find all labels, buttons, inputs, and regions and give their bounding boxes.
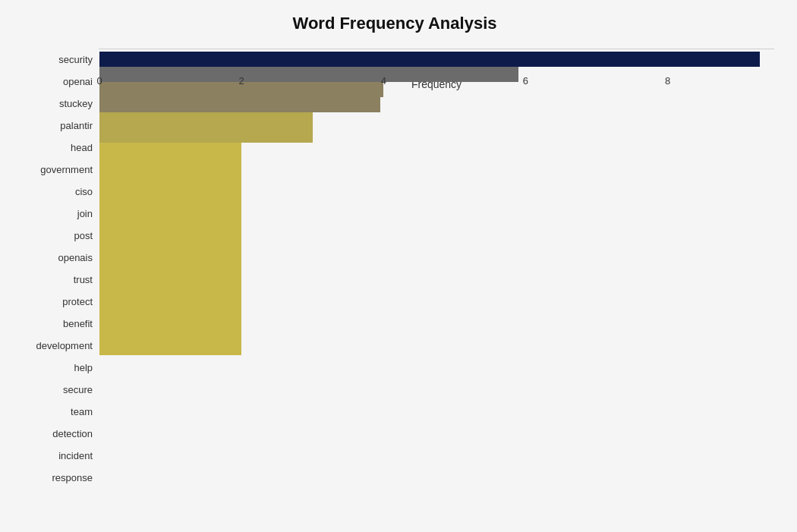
y-label-detection: detection xyxy=(52,424,93,444)
chart-container: Word Frequency Analysis securityopenaist… xyxy=(0,0,797,532)
bar-detection xyxy=(99,310,241,325)
plot-area: 02468 xyxy=(99,49,774,49)
chart-title: Word Frequency Analysis xyxy=(15,14,774,33)
bar-openais xyxy=(99,188,241,203)
bar-team xyxy=(99,294,241,310)
bar-trust xyxy=(99,203,241,219)
bar-row-post xyxy=(99,173,774,188)
bar-row-team xyxy=(99,294,774,310)
chart-area: securityopenaistuckeypalantirheadgovernm… xyxy=(15,49,774,489)
bar-response xyxy=(99,340,241,355)
bar-post xyxy=(99,173,241,188)
y-label-incident: incident xyxy=(58,446,93,466)
bar-row-join xyxy=(99,158,774,173)
bar-help xyxy=(99,264,241,279)
bar-openai xyxy=(99,67,518,82)
bar-security xyxy=(99,52,760,67)
x-tick-4: 4 xyxy=(381,75,386,87)
bar-row-openais xyxy=(99,188,774,203)
bar-government xyxy=(99,127,313,143)
bar-row-development xyxy=(99,249,774,264)
bar-development xyxy=(99,249,241,264)
y-label-government: government xyxy=(40,160,93,180)
bar-row-benefit xyxy=(99,234,774,249)
y-label-trust: trust xyxy=(74,270,93,290)
bar-row-incident xyxy=(99,325,774,340)
bar-row-government xyxy=(99,127,774,143)
plot-wrapper: 02468 Frequency xyxy=(99,49,774,489)
bar-row-stuckey xyxy=(99,82,774,97)
bar-palantir xyxy=(99,97,380,112)
y-label-response: response xyxy=(52,468,93,488)
bar-row-detection xyxy=(99,310,774,325)
bar-row-openai xyxy=(99,67,774,82)
bar-row-secure xyxy=(99,279,774,294)
bars-wrapper xyxy=(99,49,774,55)
bar-row-head xyxy=(99,112,774,127)
bar-ciso xyxy=(99,143,241,158)
bar-benefit xyxy=(99,234,241,249)
y-axis: securityopenaistuckeypalantirheadgovernm… xyxy=(15,49,99,489)
bar-incident xyxy=(99,325,241,340)
y-label-palantir: palantir xyxy=(60,116,93,136)
y-label-security: security xyxy=(58,50,93,70)
y-label-stuckey: stuckey xyxy=(59,94,93,114)
y-label-development: development xyxy=(36,336,93,356)
x-tick-2: 2 xyxy=(239,75,244,87)
bar-row-ciso xyxy=(99,143,774,158)
bar-row-trust xyxy=(99,203,774,219)
y-label-openais: openais xyxy=(58,248,93,268)
bar-row-security xyxy=(99,52,774,67)
bar-secure xyxy=(99,279,241,294)
y-label-help: help xyxy=(74,358,93,378)
y-label-head: head xyxy=(71,138,93,158)
bar-row-help xyxy=(99,264,774,279)
bar-head xyxy=(99,112,313,127)
y-label-post: post xyxy=(74,226,93,246)
y-label-openai: openai xyxy=(63,72,93,92)
bar-protect xyxy=(99,219,241,234)
y-label-secure: secure xyxy=(63,380,93,400)
bar-row-palantir xyxy=(99,97,774,112)
x-tick-0: 0 xyxy=(96,75,102,87)
bar-row-response xyxy=(99,340,774,355)
x-tick-6: 6 xyxy=(523,75,528,87)
y-label-ciso: ciso xyxy=(75,182,93,202)
x-tick-8: 8 xyxy=(665,75,670,87)
bar-join xyxy=(99,158,241,173)
y-label-protect: protect xyxy=(62,292,93,312)
y-label-team: team xyxy=(71,402,93,422)
y-label-join: join xyxy=(77,204,93,224)
y-label-benefit: benefit xyxy=(63,314,93,334)
bar-row-protect xyxy=(99,219,774,234)
